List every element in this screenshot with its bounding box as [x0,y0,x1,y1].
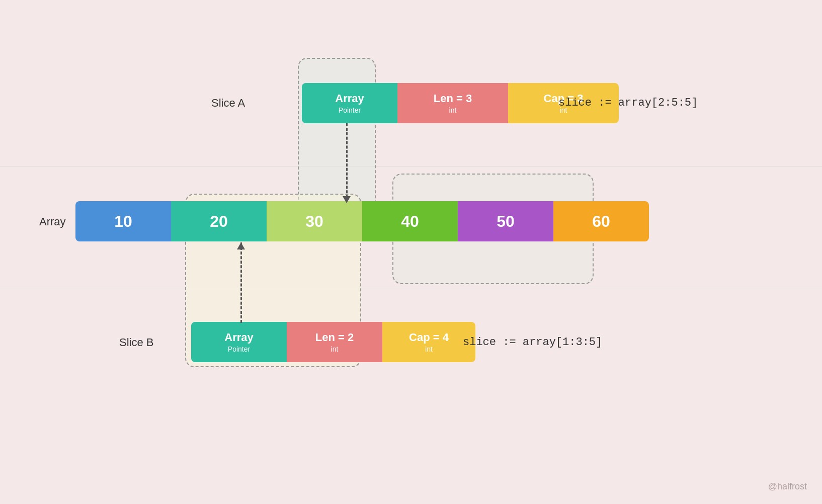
slice-b-pointer-cell: Array Pointer [191,322,287,362]
divider-top [0,166,822,166]
slice-b-arrow-head [237,242,245,249]
slice-b-row: Array Pointer Len = 2 int Cap = 4 int [191,322,475,362]
divider-bottom [0,287,822,287]
slice-b-code: slice := array[1:3:5] [463,336,602,349]
slice-a-dashed-box [298,58,376,214]
slice-a-code: slice := array[2:5:5] [558,97,698,109]
watermark: @halfrost [768,481,807,492]
array-cell-30: 30 [267,201,362,241]
slice-b-len-cell: Len = 2 int [287,322,382,362]
array-cell-60: 60 [553,201,649,241]
slice-b-cap-cell: Cap = 4 int [382,322,475,362]
slice-b-arrow-line [240,242,242,323]
slice-b-label: Slice B [119,336,153,349]
slice-a-len-cell: Len = 3 int [397,83,508,123]
slice-a-label: Slice A [211,97,245,110]
array-cell-10: 10 [75,201,171,241]
array-cell-40: 40 [362,201,458,241]
array-row: 10 20 30 40 50 60 [75,201,649,241]
array-cell-50: 50 [458,201,553,241]
array-label: Array [39,215,66,228]
array-cell-20: 20 [171,201,267,241]
slice-a-pointer-cell: Array Pointer [302,83,397,123]
slice-a-arrow-line [346,123,348,198]
slice-a-arrow-head [343,196,351,203]
